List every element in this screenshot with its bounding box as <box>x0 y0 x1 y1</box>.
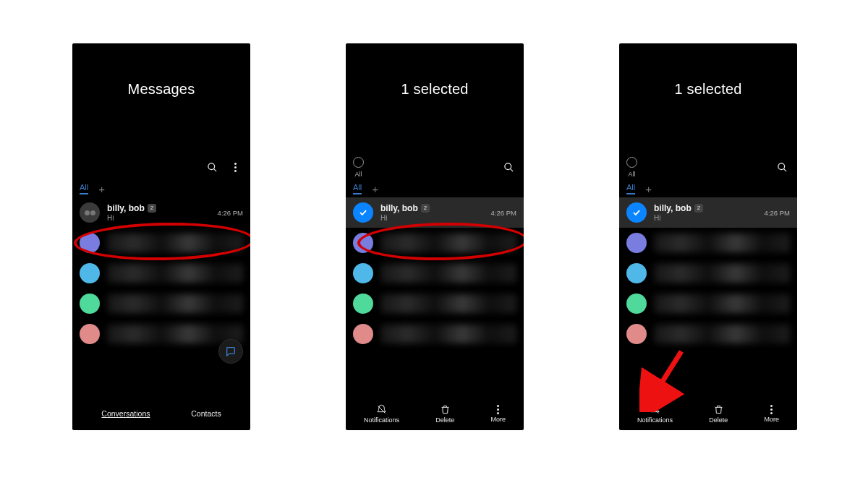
notifications-label: Notifications <box>637 416 673 424</box>
timestamp: 4:26 PM <box>491 209 516 217</box>
more-icon[interactable] <box>227 159 243 175</box>
filter-tabs: All + <box>72 180 250 197</box>
unread-badge: 2 <box>148 204 156 213</box>
unread-badge: 2 <box>694 204 703 213</box>
list-item[interactable] <box>346 288 524 319</box>
svg-line-5 <box>783 168 786 171</box>
conversation-name: billy, bob <box>380 203 418 213</box>
tab-conversations[interactable]: Conversations <box>101 409 150 418</box>
page-title: 1 selected <box>346 43 524 98</box>
delete-button[interactable]: Delete <box>709 404 728 424</box>
timestamp: 4:26 PM <box>765 209 790 217</box>
select-all-toggle[interactable] <box>353 157 364 168</box>
tab-contacts[interactable]: Contacts <box>191 409 221 418</box>
more-label: More <box>490 416 506 423</box>
notifications-button[interactable]: Notifications <box>364 404 399 424</box>
search-icon[interactable] <box>501 159 516 175</box>
delete-label: Delete <box>709 416 728 424</box>
list-item[interactable] <box>72 228 250 258</box>
conversation-name: billy, bob <box>654 203 692 213</box>
list-item[interactable] <box>619 288 797 319</box>
list-item[interactable] <box>72 288 250 319</box>
search-icon[interactable] <box>774 159 790 175</box>
page-title: Messages <box>72 43 250 98</box>
phone-screen-1: Messages All + billy, bob <box>72 43 250 430</box>
message-preview: Hi <box>380 214 484 222</box>
toolbar: All <box>346 154 524 180</box>
compose-button[interactable] <box>218 339 243 364</box>
svg-point-2 <box>504 163 511 169</box>
phone-screen-3: 1 selected All All + billy, <box>619 43 797 430</box>
svg-line-1 <box>213 168 216 171</box>
tab-all[interactable]: All <box>626 183 635 194</box>
list-item[interactable] <box>346 258 524 288</box>
message-preview: Hi <box>654 214 757 222</box>
group-avatar-icon <box>80 202 100 223</box>
conversation-row[interactable]: billy, bob 2 Hi 4:26 PM <box>72 197 250 228</box>
list-item[interactable] <box>619 228 797 258</box>
message-preview: Hi <box>107 214 210 222</box>
list-item[interactable] <box>619 319 797 349</box>
select-all-label: All <box>628 171 635 178</box>
more-button[interactable]: More <box>764 405 779 423</box>
delete-label: Delete <box>435 416 454 424</box>
more-label: More <box>764 416 779 423</box>
notifications-button[interactable]: Notifications <box>637 404 673 424</box>
select-all-label: All <box>354 171 362 178</box>
checkmark-icon[interactable] <box>626 202 647 223</box>
svg-line-3 <box>510 168 513 171</box>
action-bar: Notifications Delete More <box>619 397 797 430</box>
svg-point-0 <box>208 163 214 169</box>
unread-badge: 2 <box>421 204 430 213</box>
conversation-name: billy, bob <box>107 203 145 213</box>
more-button[interactable]: More <box>490 405 506 423</box>
checkmark-icon[interactable] <box>353 202 373 223</box>
action-bar: Notifications Delete More <box>346 397 524 430</box>
list-item[interactable] <box>346 228 524 258</box>
conversation-row[interactable]: billy, bob 2 Hi 4:26 PM <box>619 197 797 228</box>
phone-screen-2: 1 selected All All + billy, <box>346 43 524 430</box>
list-item[interactable] <box>619 258 797 288</box>
conversation-row[interactable]: billy, bob 2 Hi 4:26 PM <box>346 197 524 228</box>
add-tab-icon[interactable]: + <box>372 184 378 194</box>
toolbar: All <box>619 154 797 180</box>
timestamp: 4:26 PM <box>218 209 243 217</box>
add-tab-icon[interactable]: + <box>98 184 105 194</box>
select-all-toggle[interactable] <box>626 157 637 168</box>
add-tab-icon[interactable]: + <box>645 184 652 194</box>
filter-tabs: All + <box>346 180 524 197</box>
bottom-tabs: Conversations Contacts <box>72 397 250 430</box>
list-item[interactable] <box>72 258 250 288</box>
toolbar <box>72 154 250 180</box>
list-item[interactable] <box>346 319 524 349</box>
tab-all[interactable]: All <box>80 183 88 194</box>
svg-point-4 <box>778 163 784 169</box>
tab-all[interactable]: All <box>353 183 362 194</box>
delete-button[interactable]: Delete <box>435 404 454 424</box>
page-title: 1 selected <box>619 43 797 98</box>
filter-tabs: All + <box>619 180 797 197</box>
notifications-label: Notifications <box>364 416 399 424</box>
search-icon[interactable] <box>204 159 220 175</box>
